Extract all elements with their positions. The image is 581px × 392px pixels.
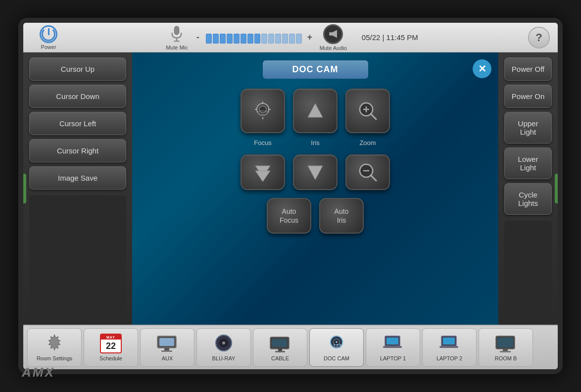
- power-on-button[interactable]: Power On: [504, 85, 552, 108]
- svg-rect-23: [159, 338, 174, 346]
- vol-segment-0: [206, 34, 212, 44]
- upper-light-button[interactable]: Upper Light: [504, 112, 552, 144]
- auto-iris-button[interactable]: AutoIris: [319, 198, 364, 234]
- room-settings-button[interactable]: Room Settings: [27, 328, 82, 367]
- auto-focus-button[interactable]: AutoFocus: [267, 198, 311, 234]
- aux-label: AUX: [162, 355, 173, 361]
- svg-point-36: [336, 341, 338, 343]
- cursor-right-button[interactable]: Cursor Right: [29, 139, 126, 162]
- room-b-button[interactable]: ROOM B: [479, 328, 533, 367]
- svg-rect-42: [443, 338, 455, 344]
- laptop2-label: LAPTOP 2: [436, 355, 462, 361]
- left-indicator: [23, 174, 26, 203]
- volume-up-button[interactable]: +: [305, 32, 315, 43]
- room-b-icon: [494, 334, 517, 353]
- cursor-left-button[interactable]: Cursor Left: [29, 112, 126, 135]
- audio-icon: [323, 24, 343, 44]
- mute-audio-label: Mute Audio: [320, 45, 347, 51]
- mute-mic-button[interactable]: Mute Mic: [166, 25, 188, 50]
- vol-segment-2: [220, 34, 226, 44]
- svg-rect-25: [161, 350, 172, 352]
- zoom-label: Zoom: [359, 139, 376, 147]
- cable-icon: [269, 334, 291, 353]
- focus-down-button[interactable]: [241, 154, 285, 190]
- zoom-col: Zoom: [345, 89, 390, 147]
- svg-rect-45: [497, 338, 513, 347]
- doc-cam-title: DOC CAM: [263, 60, 368, 79]
- calendar-icon: MAY 22: [99, 334, 122, 353]
- power-icon: [40, 25, 57, 43]
- blu-ray-label: BLU-RAY: [212, 355, 236, 361]
- svg-rect-31: [272, 339, 287, 347]
- laptop1-button[interactable]: LAPTOP 1: [366, 328, 420, 367]
- cal-day: 22: [101, 340, 121, 352]
- volume-down-button[interactable]: -: [193, 32, 203, 43]
- vol-segment-4: [234, 34, 240, 44]
- room-b-label: ROOM B: [495, 355, 517, 361]
- aux-button[interactable]: AUX: [140, 328, 194, 367]
- schedule-button[interactable]: MAY 22 Schedule: [84, 328, 138, 367]
- cable-button[interactable]: CABLE: [253, 328, 307, 367]
- cable-label: CABLE: [271, 355, 289, 361]
- vol-segment-11: [282, 34, 288, 44]
- center-panel: DOC CAM ✕: [132, 52, 498, 325]
- vol-segment-12: [289, 34, 295, 44]
- vol-segment-1: [213, 34, 219, 44]
- doc-cam-button[interactable]: 123 DOC CAM: [309, 328, 364, 367]
- laptop2-button[interactable]: LAPTOP 2: [422, 328, 477, 367]
- cycle-lights-button[interactable]: Cycle Lights: [504, 183, 552, 215]
- iris-col: Iris: [293, 89, 338, 147]
- svg-rect-0: [175, 26, 179, 34]
- close-button[interactable]: ✕: [473, 59, 491, 78]
- svg-rect-43: [439, 346, 458, 348]
- doccam-icon: 123: [325, 334, 348, 353]
- svg-point-28: [222, 342, 225, 344]
- speaker-icon: [329, 30, 337, 38]
- vol-segment-5: [241, 34, 246, 44]
- cursor-up-button[interactable]: Cursor Up: [29, 57, 126, 81]
- help-button[interactable]: ?: [528, 27, 550, 49]
- svg-rect-40: [383, 346, 402, 348]
- svg-text:123: 123: [333, 343, 341, 349]
- focus-col: Focus: [241, 89, 285, 147]
- iris-down-button[interactable]: [293, 154, 338, 190]
- left-panel: Cursor Up Cursor Down Cursor Left Cursor…: [23, 52, 132, 325]
- svg-rect-39: [387, 338, 398, 344]
- vol-segment-13: [296, 34, 302, 44]
- bottom-bar: Room Settings MAY 22 Schedule: [23, 325, 558, 369]
- aux-icon: [156, 334, 179, 353]
- blu-ray-button[interactable]: BLU-RAY: [196, 328, 251, 367]
- svg-marker-17: [308, 166, 323, 180]
- cursor-down-button[interactable]: Cursor Down: [29, 85, 126, 108]
- cal-month: MAY: [101, 335, 121, 340]
- datetime-display: 05/22 | 11:45 PM: [352, 33, 428, 42]
- zoom-in-button[interactable]: [345, 89, 390, 133]
- zoom-out-button[interactable]: [345, 154, 390, 190]
- schedule-label: Schedule: [99, 355, 122, 361]
- top-bar: Power Mute Mic -: [23, 23, 558, 52]
- cam-controls: Focus Iris: [241, 89, 390, 234]
- mute-mic-label: Mute Mic: [166, 45, 188, 50]
- power-button[interactable]: Power: [31, 25, 66, 50]
- main-content: Cursor Up Cursor Down Cursor Left Cursor…: [23, 52, 558, 325]
- volume-control: - +: [193, 32, 315, 44]
- mute-audio-button[interactable]: Mute Audio: [320, 24, 347, 51]
- top-bar-center: Mute Mic - + Mute Audio 05/22 | 11:45 PM: [66, 24, 528, 51]
- iris-label: Iris: [311, 139, 319, 147]
- focus-label: Focus: [254, 139, 271, 147]
- vol-segment-9: [268, 34, 274, 44]
- right-spacer: [504, 221, 552, 320]
- svg-line-20: [371, 175, 376, 181]
- svg-point-4: [259, 106, 266, 113]
- vol-segment-8: [261, 34, 267, 44]
- mic-icon: [169, 25, 185, 44]
- image-save-button[interactable]: Image Save: [29, 166, 126, 190]
- iris-up-button[interactable]: [293, 89, 338, 133]
- lower-light-button[interactable]: Lower Light: [504, 147, 552, 179]
- power-off-button[interactable]: Power Off: [504, 57, 552, 81]
- cam-row-3: AutoFocus AutoIris: [267, 198, 364, 234]
- focus-up-button[interactable]: [241, 89, 285, 133]
- volume-bar: [206, 32, 302, 44]
- doc-cam-label: DOC CAM: [324, 355, 349, 361]
- cam-row-1: Focus Iris: [241, 89, 390, 147]
